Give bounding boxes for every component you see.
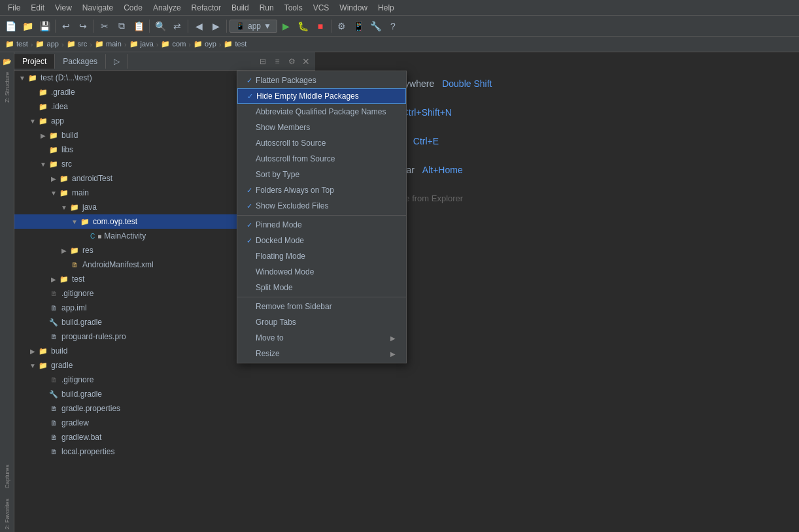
- dropdown-group-tabs[interactable]: Group Tabs: [237, 314, 406, 330]
- toolbar-open[interactable]: 📁: [20, 18, 35, 34]
- git-icon: 🗎: [48, 288, 59, 299]
- toolbar-run[interactable]: ▶: [279, 18, 294, 34]
- panel-actions: ⊟ ≡ ⚙ ✕: [256, 55, 315, 68]
- breadcrumb-com[interactable]: 📁 com: [161, 40, 186, 48]
- file-icon: 🗎: [48, 418, 59, 428]
- shortcut-key: Double Shift: [442, 78, 492, 89]
- dropdown-flatten-packages[interactable]: ✓ Flatten Packages: [237, 73, 406, 88]
- dropdown-folders-on-top[interactable]: ✓ Folders Always on Top: [237, 182, 406, 198]
- toolbar-undo[interactable]: ↩: [58, 18, 74, 34]
- toolbar-sdk[interactable]: 🔧: [368, 18, 384, 34]
- folder-icon: 📁: [48, 130, 59, 141]
- toolbar-back[interactable]: ◀: [191, 18, 207, 34]
- tree-item-buildgradle-root[interactable]: 🔧 build.gradle: [14, 387, 315, 401]
- breadcrumb: 📁 test › 📁 app › 📁 src › 📁 main › 📁 java…: [0, 37, 799, 52]
- folder-icon: 📁: [38, 360, 48, 371]
- menu-tools[interactable]: Tools: [279, 2, 308, 14]
- menu-navigate[interactable]: Navigate: [77, 2, 118, 14]
- panel-settings-btn[interactable]: ⚙: [285, 55, 298, 68]
- project-panel: Project Packages ▷ ⊟ ≡ ⚙ ✕ ▼ 📁 test (D:\…: [14, 52, 315, 532]
- breadcrumb-java[interactable]: 📁 java: [129, 40, 154, 48]
- menu-run[interactable]: Run: [254, 2, 279, 14]
- dropdown-resize[interactable]: Resize ▶: [237, 346, 406, 361]
- sidebar-structure-icon[interactable]: Z: Structure: [1, 69, 14, 105]
- toolbar-paste[interactable]: 📋: [131, 18, 146, 34]
- dropdown-sep-1: [237, 215, 406, 216]
- folder-icon: 📁: [59, 188, 69, 198]
- toolbar-search[interactable]: 🔍: [152, 18, 168, 34]
- toolbar-sep-3: [149, 20, 150, 33]
- shortcut-key: Ctrl+Shift+N: [402, 107, 452, 118]
- dropdown-remove-sidebar[interactable]: Remove from Sidebar: [237, 299, 406, 314]
- menu-help[interactable]: Help: [373, 2, 400, 14]
- toolbar-run-config[interactable]: 📱app▼: [230, 20, 277, 33]
- folder-icon: 📁: [69, 245, 80, 256]
- dropdown-move-to[interactable]: Move to ▶: [237, 330, 406, 346]
- toolbar-avd[interactable]: 📱: [351, 18, 367, 34]
- sidebar-captures-icon[interactable]: Captures: [1, 462, 14, 491]
- toolbar-sep-2: [94, 20, 94, 33]
- dropdown-autoscroll-to[interactable]: Autoscroll to Source: [237, 135, 406, 151]
- panel-expand-btn[interactable]: ≡: [271, 55, 284, 68]
- toolbar-stop[interactable]: ■: [313, 18, 328, 34]
- toolbar-cut[interactable]: ✂: [97, 18, 112, 34]
- menu-view[interactable]: View: [50, 2, 77, 14]
- dropdown-floating-mode[interactable]: Floating Mode: [237, 248, 406, 264]
- dropdown-sort-by-type[interactable]: Sort by Type: [237, 167, 406, 182]
- toolbar-help[interactable]: ?: [385, 18, 401, 34]
- breadcrumb-test2[interactable]: 📁 test: [224, 40, 246, 48]
- dropdown-windowed-mode[interactable]: Windowed Mode: [237, 264, 406, 280]
- dropdown-hide-empty-packages[interactable]: ✓ Hide Empty Middle Packages: [237, 88, 406, 104]
- tab-expand[interactable]: ▷: [106, 54, 128, 69]
- tree-item-gradle-properties[interactable]: 🗎 gradle.properties: [14, 401, 315, 416]
- toolbar-replace[interactable]: ⇄: [169, 18, 185, 34]
- toolbar-debug[interactable]: 🐛: [296, 18, 311, 34]
- toolbar: 📄 📁 💾 ↩ ↪ ✂ ⧉ 📋 🔍 ⇄ ◀ ▶ 📱app▼ ▶ 🐛 ■ ⚙ 📱 …: [0, 16, 799, 37]
- folder-icon: 📁: [80, 216, 90, 227]
- gradle-icon: 🔧: [48, 389, 59, 399]
- dropdown-sep-2: [237, 297, 406, 297]
- menu-refactor[interactable]: Refactor: [186, 2, 226, 14]
- tab-project[interactable]: Project: [14, 54, 55, 69]
- breadcrumb-app[interactable]: 📁 app: [35, 40, 58, 48]
- sidebar-project-icon[interactable]: 📂: [1, 55, 14, 68]
- menu-vcs[interactable]: VCS: [308, 2, 335, 14]
- toolbar-redo[interactable]: ↪: [75, 18, 91, 34]
- dropdown-pinned-mode[interactable]: ✓ Pinned Mode: [237, 217, 406, 233]
- sidebar-favorites-icon[interactable]: 2: Favorites: [1, 496, 14, 532]
- menu-code[interactable]: Code: [118, 2, 148, 14]
- toolbar-sep-1: [55, 20, 56, 33]
- toolbar-gradle[interactable]: ⚙: [334, 18, 350, 34]
- panel-collapse-btn[interactable]: ⊟: [256, 55, 269, 68]
- dropdown-abbreviate[interactable]: Abbreviate Qualified Package Names: [237, 104, 406, 120]
- dropdown-show-members[interactable]: Show Members: [237, 120, 406, 135]
- file-icon: 🗎: [48, 331, 59, 342]
- toolbar-copy[interactable]: ⧉: [114, 18, 129, 34]
- menu-window[interactable]: Window: [334, 2, 373, 14]
- menu-analyze[interactable]: Analyze: [148, 2, 186, 14]
- tree-item-local-properties[interactable]: 🗎 local.properties: [14, 444, 315, 459]
- main-layout: 📂 Z: Structure Captures 2: Favorites Pro…: [0, 52, 799, 532]
- menu-build[interactable]: Build: [226, 2, 254, 14]
- folder-icon: 📁: [59, 173, 69, 184]
- tree-item-gitignore-root[interactable]: 🗎 .gitignore: [14, 373, 315, 387]
- folder-icon: 📁: [69, 202, 80, 212]
- menu-file[interactable]: File: [3, 2, 26, 14]
- tree-item-gradlew-bat[interactable]: 🗎 gradlew.bat: [14, 430, 315, 444]
- folder-icon: 📁: [38, 116, 48, 126]
- toolbar-new[interactable]: 📄: [3, 18, 18, 34]
- dropdown-show-excluded[interactable]: ✓ Show Excluded Files: [237, 198, 406, 214]
- breadcrumb-oyp[interactable]: 📁 oyp: [194, 40, 216, 48]
- toolbar-save[interactable]: 💾: [37, 18, 52, 34]
- panel-close-btn[interactable]: ✕: [299, 55, 313, 68]
- breadcrumb-src[interactable]: 📁 src: [67, 40, 88, 48]
- dropdown-docked-mode[interactable]: ✓ Docked Mode: [237, 233, 406, 248]
- dropdown-split-mode[interactable]: Split Mode: [237, 280, 406, 295]
- menu-edit[interactable]: Edit: [26, 2, 50, 14]
- tab-packages[interactable]: Packages: [55, 54, 106, 69]
- breadcrumb-test[interactable]: 📁 test: [5, 40, 28, 48]
- breadcrumb-main[interactable]: 📁 main: [95, 40, 122, 48]
- toolbar-forward[interactable]: ▶: [208, 18, 224, 34]
- tree-item-gradlew[interactable]: 🗎 gradlew: [14, 416, 315, 430]
- dropdown-autoscroll-from[interactable]: Autoscroll from Source: [237, 151, 406, 167]
